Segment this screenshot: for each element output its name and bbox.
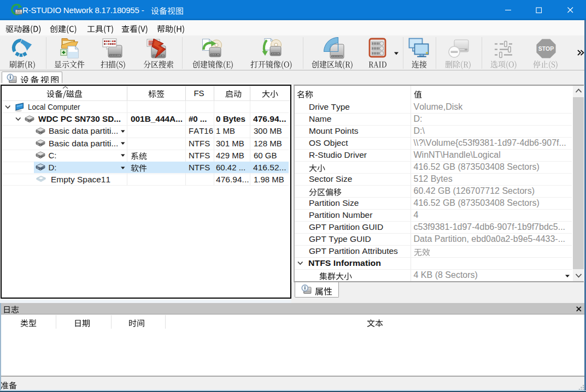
svg-text:STOP: STOP — [538, 45, 553, 52]
